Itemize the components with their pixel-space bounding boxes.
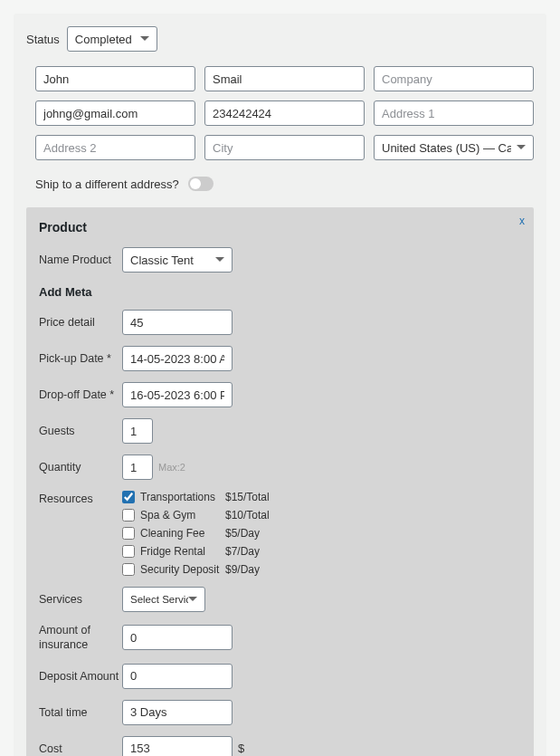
- resource-name: Spa & Gym: [140, 509, 220, 522]
- status-select[interactable]: Completed: [67, 26, 157, 52]
- product-name-label: Name Product: [39, 254, 122, 266]
- services-row: Services Select Service: [39, 587, 521, 612]
- resource-name: Transportations: [140, 491, 220, 503]
- city-input[interactable]: [204, 135, 365, 160]
- resource-price: $7/Day: [225, 545, 260, 558]
- close-icon[interactable]: x: [519, 215, 525, 227]
- address1-input[interactable]: [374, 100, 534, 126]
- status-label: Status: [26, 33, 60, 46]
- deposit-row: Deposit Amount: [39, 664, 521, 689]
- services-select[interactable]: Select Service: [122, 587, 205, 612]
- resource-price: $5/Day: [225, 527, 260, 540]
- phone-input[interactable]: [204, 100, 365, 126]
- resource-item: Security Deposit $9/Day: [122, 563, 270, 576]
- resource-price: $10/Total: [225, 509, 270, 522]
- resource-checkbox[interactable]: [122, 491, 135, 503]
- quantity-max-hint: Max:2: [158, 462, 185, 473]
- resource-checkbox[interactable]: [122, 545, 135, 558]
- price-input[interactable]: [122, 310, 233, 335]
- ship-different-label: Ship to a different address?: [35, 177, 179, 191]
- pickup-label: Pick-up Date *: [39, 352, 122, 365]
- product-section: x Product Name Product Classic Tent Add …: [26, 207, 534, 756]
- insurance-row: Amount of insurance: [39, 623, 521, 653]
- resource-item: Cleaning Fee $5/Day: [122, 527, 270, 540]
- resource-item: Fridge Rental $7/Day: [122, 545, 270, 558]
- services-label: Services: [39, 593, 122, 606]
- cost-currency: $: [238, 742, 244, 755]
- quantity-label: Quantity: [39, 461, 122, 474]
- company-input[interactable]: [374, 66, 534, 91]
- cost-label: Cost: [39, 742, 122, 755]
- resource-checkbox[interactable]: [122, 509, 135, 522]
- totaltime-label: Total time: [39, 706, 122, 719]
- resource-name: Cleaning Fee: [140, 527, 220, 540]
- dropoff-input[interactable]: [122, 382, 233, 407]
- dropoff-row: Drop-off Date *: [39, 382, 521, 407]
- guests-input[interactable]: [122, 418, 153, 444]
- pickup-input[interactable]: [122, 346, 233, 371]
- add-meta-title: Add Meta: [39, 285, 521, 299]
- cost-input[interactable]: [122, 736, 233, 757]
- totaltime-input[interactable]: [122, 700, 233, 725]
- resource-price: $9/Day: [225, 563, 260, 576]
- insurance-input[interactable]: [122, 625, 233, 650]
- last-name-input[interactable]: [204, 66, 365, 91]
- resource-checkbox[interactable]: [122, 563, 135, 576]
- email-input[interactable]: [35, 100, 195, 126]
- first-name-input[interactable]: [35, 66, 195, 91]
- resources-row: Resources Transportations $15/Total Spa …: [39, 491, 521, 576]
- quantity-row: Quantity Max:2: [39, 455, 521, 480]
- ship-different-row: Ship to a different address?: [26, 177, 534, 191]
- resource-price: $15/Total: [225, 491, 270, 503]
- product-name-row: Name Product Classic Tent: [39, 247, 521, 273]
- pickup-row: Pick-up Date *: [39, 346, 521, 371]
- guests-label: Guests: [39, 425, 122, 437]
- insurance-label: Amount of insurance: [39, 623, 122, 653]
- resource-item: Spa & Gym $10/Total: [122, 509, 270, 522]
- dropoff-label: Drop-off Date *: [39, 388, 122, 401]
- resource-checkbox[interactable]: [122, 527, 135, 540]
- ship-different-toggle[interactable]: [188, 177, 214, 191]
- product-section-title: Product: [39, 220, 521, 234]
- resource-name: Security Deposit: [140, 563, 220, 576]
- resource-item: Transportations $15/Total: [122, 491, 270, 503]
- status-row: Status Completed: [26, 26, 534, 52]
- price-row: Price detail: [39, 310, 521, 335]
- deposit-label: Deposit Amount: [39, 670, 122, 683]
- deposit-input[interactable]: [122, 664, 233, 689]
- guests-row: Guests: [39, 418, 521, 444]
- billing-grid: United States (US) — California: [26, 66, 534, 160]
- resources-label: Resources: [39, 491, 122, 505]
- cost-row: Cost $: [39, 736, 521, 757]
- order-form-container: Status Completed United States (US) — Ca…: [14, 14, 546, 756]
- resources-list: Transportations $15/Total Spa & Gym $10/…: [122, 491, 270, 576]
- quantity-input[interactable]: [122, 455, 153, 480]
- price-label: Price detail: [39, 316, 122, 329]
- address2-input[interactable]: [35, 135, 195, 160]
- state-select[interactable]: United States (US) — California: [374, 135, 534, 160]
- resource-name: Fridge Rental: [140, 545, 220, 558]
- totaltime-row: Total time: [39, 700, 521, 725]
- product-name-select[interactable]: Classic Tent: [122, 247, 233, 273]
